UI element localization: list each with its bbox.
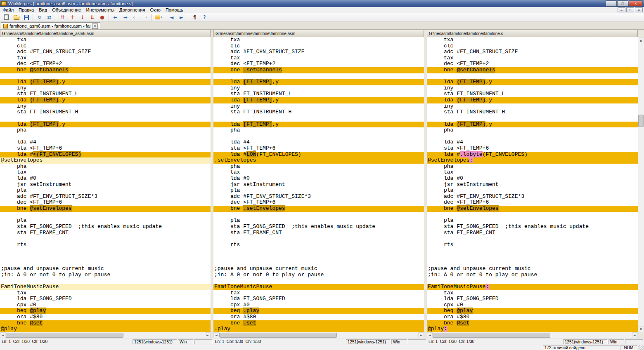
menu-view[interactable]: Вид [36, 7, 50, 12]
scroll-left-arrow-icon[interactable]: ◄ [427, 332, 433, 338]
code-line[interactable]: tax [427, 55, 638, 61]
horizontal-scrollbar-right[interactable]: ◄► [427, 332, 638, 338]
code-line[interactable] [427, 212, 638, 218]
code-line[interactable]: @setEnvelopes: [427, 157, 638, 164]
code-line[interactable]: sta <FT_TEMP+6 [427, 146, 638, 152]
code-line[interactable] [0, 236, 211, 242]
code-line[interactable]: bne @setChannels [0, 67, 211, 73]
code-line[interactable]: .play [213, 326, 424, 332]
code-line[interactable]: tax [213, 169, 424, 176]
view-whitespace-button[interactable]: ¶ [190, 13, 199, 21]
code-line[interactable]: dec <FT_TEMP+6 [427, 200, 638, 206]
code-line[interactable]: dec <FT_TEMP+2 [427, 61, 638, 67]
code-line[interactable]: iny [213, 103, 424, 110]
code-line[interactable]: tax [213, 55, 424, 61]
swap-panes-button[interactable]: ⇄ [45, 13, 54, 21]
code-line[interactable]: rts [427, 242, 638, 248]
code-line[interactable]: cpx #0 [0, 302, 211, 308]
code-line[interactable] [0, 260, 211, 266]
code-line[interactable]: lda (FT_TEMP),y [427, 97, 638, 103]
menu-tools[interactable]: Инструменты [83, 7, 117, 12]
code-line[interactable]: FamiToneMusicPause: [427, 284, 638, 290]
code-line[interactable]: bne .set [213, 320, 424, 327]
code-line[interactable]: sta FT_FRAME_CNT [213, 230, 424, 236]
code-line[interactable] [213, 115, 424, 122]
code-line[interactable] [213, 134, 424, 140]
pane-splitter[interactable] [211, 30, 213, 37]
menu-window[interactable]: Окно [147, 7, 163, 12]
code-line[interactable]: pha [0, 127, 211, 134]
pane-splitter[interactable] [424, 30, 427, 37]
code-line[interactable]: dec <FT_TEMP+6 [213, 200, 424, 206]
code-line[interactable]: ora #$80 [213, 314, 424, 320]
code-line[interactable]: adc #FT_ENV_STRUCT_SIZE*3 [0, 194, 211, 200]
code-line[interactable]: txa [213, 37, 424, 43]
code-line[interactable]: adc #FT_CHN_STRUCT_SIZE [427, 49, 638, 55]
code-line[interactable]: sta FT_INSTRUMENT_H [213, 109, 424, 115]
file-header-left[interactable]: G:\nesasm\famitone\famitone\famitone_asm… [0, 30, 211, 37]
code-line[interactable]: lda (FT_TEMP),y [0, 122, 211, 128]
code-line[interactable]: lda #4 [213, 139, 424, 146]
copy-all-right-button[interactable]: ⇒ [140, 13, 150, 21]
code-line[interactable]: ;in: A 0 or not 0 to play or pause [0, 272, 211, 278]
code-line[interactable]: FamiToneMusicPause [0, 284, 211, 290]
code-line[interactable]: sta FT_SONG_SPEED ;this enables music up… [427, 224, 638, 230]
code-line[interactable]: lda #LOW(FT_ENVELOPES) [213, 152, 424, 158]
copy-right-button[interactable]: → [121, 13, 130, 21]
code-line[interactable]: sta FT_FRAME_CNT [0, 230, 211, 236]
code-line[interactable]: bne @setChannels [427, 67, 638, 73]
code-line[interactable]: lda (FT_TEMP),y [0, 79, 211, 85]
code-line[interactable]: bne @setEnvelopes [427, 206, 638, 212]
file-header-middle[interactable]: G:\nesasm\famitone\famitone\famitone.asm [213, 30, 424, 37]
code-line[interactable]: tax [427, 290, 638, 296]
new-button[interactable] [2, 13, 11, 21]
menu-help[interactable]: Помощь [163, 7, 186, 12]
code-line[interactable]: pla [213, 218, 424, 224]
menu-edit[interactable]: Правка [16, 7, 36, 12]
code-line[interactable]: lda [FT_TEMP],y [213, 97, 424, 103]
code-line[interactable]: ;in: A 0 or not 0 to play or pause [427, 272, 638, 278]
horizontal-scrollbar-left[interactable]: ◄► [0, 332, 211, 338]
help-button[interactable]: ? [200, 13, 209, 21]
save-button[interactable] [21, 13, 31, 21]
code-pane-middle[interactable]: txa clc adc #FT_CHN_STRUCT_SIZE tax dec … [213, 37, 424, 332]
code-line[interactable]: sta FT_INSTRUMENT_H [427, 109, 638, 115]
code-line[interactable]: sta FT_SONG_SPEED ;this enables music up… [0, 224, 211, 230]
code-line[interactable]: bne @setEnvelopes [0, 206, 211, 212]
scroll-right-arrow-icon[interactable]: ► [632, 332, 638, 338]
mdi-close-button[interactable]: × [635, 7, 643, 12]
code-line[interactable] [427, 73, 638, 80]
prev-diff-button[interactable]: ↑ [68, 13, 77, 21]
code-line[interactable]: tax [213, 290, 424, 296]
code-line[interactable]: beq .play [213, 308, 424, 314]
code-line[interactable]: adc #FT_CHN_STRUCT_SIZE [213, 49, 424, 55]
code-line[interactable]: iny [0, 85, 211, 92]
code-line[interactable]: sta FT_INSTRUMENT_L [0, 91, 211, 97]
code-line[interactable]: lda [FT_TEMP],y [213, 79, 424, 85]
mdi-minimize-button[interactable]: – [618, 7, 625, 12]
code-line[interactable] [427, 236, 638, 242]
code-line[interactable]: ora #$80 [0, 314, 211, 320]
code-line[interactable]: lda FT_SONG_SPEED [213, 296, 424, 302]
horizontal-scrollbar-middle[interactable]: ◄► [213, 332, 424, 338]
reload-button[interactable]: ↻ [35, 13, 44, 21]
horizontal-scrollbar-thumb[interactable] [219, 333, 337, 338]
code-line[interactable]: jsr setInstrument [0, 182, 211, 188]
code-line[interactable]: clc [0, 43, 211, 49]
code-line[interactable]: ;pause and unpause current music [0, 266, 211, 272]
code-line[interactable]: jsr setInstrument [213, 182, 424, 188]
code-line[interactable] [0, 278, 211, 284]
code-line[interactable]: bne .setChannels [213, 67, 424, 73]
code-line[interactable]: lda #.lobyte(FT_ENVELOPES) [427, 152, 638, 158]
pane-splitter[interactable] [424, 37, 427, 332]
mdi-restore-button[interactable]: □ [626, 7, 634, 12]
code-line[interactable] [0, 254, 211, 260]
code-pane-left[interactable]: txa clc adc #FT_CHN_STRUCT_SIZE tax dec … [0, 37, 211, 332]
code-line[interactable]: lda (FT_TEMP),y [0, 97, 211, 103]
code-line[interactable] [427, 260, 638, 266]
merge-tab[interactable]: famitone_asm6.asm - famitone.asm - famit… [1, 22, 100, 29]
code-line[interactable] [213, 260, 424, 266]
code-line[interactable] [0, 115, 211, 122]
code-line[interactable]: FamiToneMusicPause [213, 284, 424, 290]
scroll-left-arrow-icon[interactable]: ◄ [0, 332, 6, 338]
